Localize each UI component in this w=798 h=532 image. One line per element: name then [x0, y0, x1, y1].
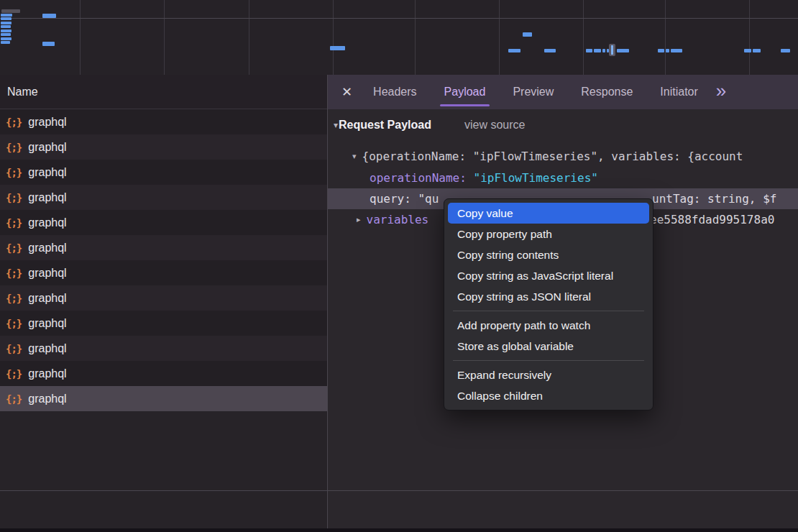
- window-bottom-edge: [0, 528, 798, 532]
- request-timing-bar: [523, 32, 532, 37]
- request-timing-bar: [658, 49, 664, 52]
- request-name-label: graphql: [28, 393, 66, 405]
- json-braces-icon: {;}: [6, 368, 22, 380]
- request-row-graphql[interactable]: {;}graphql: [0, 134, 327, 160]
- name-column-header-label: Name: [7, 86, 38, 98]
- request-row-graphql[interactable]: {;}graphql: [0, 260, 327, 285]
- request-row-graphql[interactable]: {;}graphql: [0, 235, 327, 260]
- request-timing-bar: [602, 49, 605, 52]
- json-braces-icon: {;}: [6, 142, 22, 153]
- tab-initiator[interactable]: Initiator: [646, 75, 711, 109]
- object-preview-text: {operationName: "ipFlowTimeseries", vari…: [362, 150, 743, 163]
- overview-gridline: [499, 0, 500, 75]
- overview-gridline-horizontal: [0, 18, 798, 19]
- more-tabs-icon[interactable]: »: [716, 81, 726, 103]
- request-name-label: graphql: [28, 141, 66, 154]
- menu-item-copy-string-contents[interactable]: Copy string contents: [448, 244, 649, 265]
- request-timing-bar: [671, 49, 682, 52]
- menu-separator: [453, 360, 644, 361]
- property-value-right-fragment: ee5588fdad995178a0: [650, 209, 774, 230]
- request-name-label: graphql: [28, 116, 66, 129]
- request-name-label: graphql: [28, 342, 66, 355]
- context-menu: Copy valueCopy property pathCopy string …: [444, 198, 653, 411]
- request-timing-bar: [544, 49, 556, 52]
- tab-preview[interactable]: Preview: [499, 75, 567, 109]
- request-timing-bar: [594, 49, 601, 52]
- menu-item-collapse-children[interactable]: Collapse children: [448, 385, 649, 406]
- menu-item-copy-string-as-javascript-literal[interactable]: Copy string as JavaScript literal: [448, 265, 649, 286]
- json-braces-icon: {;}: [6, 242, 22, 254]
- overview-gridline: [249, 0, 249, 75]
- expand-arrow-icon: ▸: [357, 215, 361, 224]
- property-key-value-left: query: "qu: [370, 192, 439, 206]
- request-timing-bar: [1, 41, 10, 44]
- request-row-graphql[interactable]: {;}graphql: [0, 285, 327, 311]
- request-row-graphql[interactable]: {;}graphql: [0, 210, 327, 235]
- menu-item-copy-value[interactable]: Copy value: [448, 203, 649, 224]
- overview-scrub-core: [611, 45, 613, 55]
- footer-divider: [0, 490, 798, 491]
- tab-headers[interactable]: Headers: [359, 75, 430, 109]
- devtools-network-panel: Name ✕ HeadersPayloadPreviewResponseInit…: [0, 0, 798, 532]
- overview-scrub-handle[interactable]: [609, 44, 615, 56]
- request-timing-bar: [1, 25, 11, 28]
- request-timing-bar: [1, 37, 12, 40]
- menu-item-store-as-global-variable[interactable]: Store as global variable: [448, 336, 649, 357]
- menu-item-copy-string-as-json-literal[interactable]: Copy string as JSON literal: [448, 286, 649, 307]
- view-source-link[interactable]: view source: [464, 119, 525, 132]
- request-row-graphql[interactable]: {;}graphql: [0, 361, 327, 386]
- request-row-graphql[interactable]: {;}graphql: [0, 109, 327, 134]
- json-braces-icon: {;}: [6, 293, 22, 304]
- menu-item-expand-recursively[interactable]: Expand recursively: [448, 364, 649, 385]
- request-timing-bar: [42, 14, 56, 18]
- collapse-arrow-icon: ▾: [334, 120, 338, 130]
- request-name-label: graphql: [28, 216, 66, 229]
- json-braces-icon: {;}: [6, 167, 22, 178]
- json-braces-icon: {;}: [6, 318, 22, 329]
- request-timing-bar: [781, 49, 790, 52]
- request-timing-bar: [1, 22, 12, 24]
- request-timing-bar: [744, 49, 751, 52]
- request-row-graphql[interactable]: {;}graphql: [0, 311, 327, 336]
- request-list-pane: {;}graphql{;}graphql{;}graphql{;}graphql…: [0, 109, 327, 532]
- request-timing-bar: [586, 49, 592, 52]
- tab-response[interactable]: Response: [567, 75, 646, 109]
- payload-row-operation-name[interactable]: operationName: "ipFlowTimeseries": [328, 168, 798, 188]
- request-timing-bar: [753, 49, 761, 52]
- name-column-header[interactable]: Name: [0, 75, 327, 109]
- menu-item-add-property-path-to-watch[interactable]: Add property path to watch: [448, 315, 649, 336]
- close-icon[interactable]: ✕: [341, 84, 352, 100]
- section-title: Request Payload: [339, 119, 431, 132]
- request-timing-bar: [508, 49, 520, 52]
- request-payload-section-header[interactable]: ▾ Request Payload view source: [334, 119, 525, 132]
- overview-gridline: [80, 0, 81, 75]
- detail-tab-bar: ✕ HeadersPayloadPreviewResponseInitiator…: [327, 75, 798, 109]
- collapse-arrow-icon: ▾: [352, 152, 357, 161]
- json-braces-icon: {;}: [6, 343, 22, 354]
- request-name-label: graphql: [28, 166, 66, 179]
- request-timing-bar: [330, 46, 345, 50]
- property-key: variables: [367, 213, 429, 226]
- request-row-graphql[interactable]: {;}graphql: [0, 185, 327, 210]
- request-name-label: graphql: [28, 292, 66, 305]
- request-name-label: graphql: [28, 267, 66, 280]
- tab-payload[interactable]: Payload: [431, 75, 500, 109]
- json-braces-icon: {;}: [6, 192, 22, 203]
- json-braces-icon: {;}: [6, 217, 22, 229]
- overview-gridline: [749, 0, 750, 75]
- network-overview-timeline[interactable]: [0, 0, 798, 75]
- request-row-graphql[interactable]: {;}graphql: [0, 160, 327, 185]
- request-timing-bar: [666, 49, 669, 52]
- request-row-graphql[interactable]: {;}graphql: [0, 386, 327, 411]
- request-timing-bar: [1, 14, 12, 17]
- request-name-label: graphql: [28, 317, 66, 330]
- request-timing-bar: [1, 29, 12, 32]
- payload-object-preview-row[interactable]: ▾ {operationName: "ipFlowTimeseries", va…: [328, 146, 798, 167]
- menu-item-copy-property-path[interactable]: Copy property path: [448, 224, 649, 244]
- json-braces-icon: {;}: [6, 393, 22, 405]
- property-key: operationName:: [370, 171, 474, 185]
- request-name-label: graphql: [28, 191, 66, 204]
- request-row-graphql[interactable]: {;}graphql: [0, 336, 327, 361]
- request-timing-bar: [1, 17, 12, 20]
- overview-gridline: [665, 0, 666, 75]
